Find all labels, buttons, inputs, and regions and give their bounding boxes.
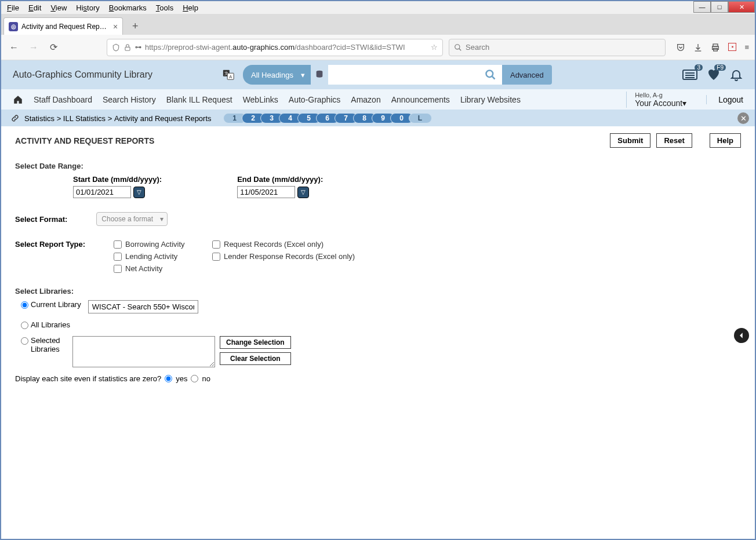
tab-close-icon[interactable]: × [113, 22, 118, 31]
nav-search-history[interactable]: Search History [103, 95, 156, 104]
nav-amazon[interactable]: Amazon [351, 95, 380, 104]
pill-l[interactable]: L [409, 113, 432, 123]
current-library-input[interactable] [88, 300, 198, 313]
search-placeholder: Search [466, 43, 489, 52]
nav-staff-dashboard[interactable]: Staff Dashboard [34, 95, 92, 104]
pocket-icon[interactable] [676, 43, 685, 52]
checkbox-net-activity[interactable]: Net Activity [114, 264, 201, 273]
reset-button[interactable]: Reset [656, 133, 692, 148]
downloads-icon[interactable] [693, 43, 703, 52]
checkbox-lending[interactable]: Lending Activity [114, 252, 201, 261]
browser-menubar: File Edit View History Bookmarks Tools H… [1, 1, 755, 14]
menu-icon[interactable]: ≡ [744, 43, 749, 52]
nav-library-websites[interactable]: Library Websites [460, 95, 521, 104]
end-date-calendar-button[interactable]: ▽ [297, 187, 309, 198]
clear-selection-button[interactable]: Clear Selection [220, 352, 291, 365]
browser-toolbar: ← → ⟳ ⊶ https://preprod-stwi-agent.auto-… [1, 35, 755, 60]
database-icon[interactable] [311, 70, 328, 80]
crumb-ill-statistics[interactable]: ILL Statistics [63, 114, 106, 123]
radio-zero-no[interactable] [191, 375, 198, 382]
start-date-input[interactable] [73, 186, 131, 198]
advanced-search-button[interactable]: Advanced [502, 65, 552, 85]
catalog-search-button[interactable] [479, 65, 502, 85]
list-button[interactable]: 3 [682, 68, 698, 82]
header-icons: 3 F9 [682, 68, 743, 82]
browser-search-box[interactable]: Search [449, 39, 666, 56]
yes-label: yes [176, 374, 187, 383]
bookmark-star-icon[interactable]: ☆ [431, 43, 438, 52]
hello-text: Hello, A-g [635, 92, 686, 98]
url-bar[interactable]: ⊶ https://preprod-stwi-agent.auto-graphi… [107, 39, 443, 56]
crumb-activity-reports: Activity and Request Reports [114, 114, 212, 123]
library-name: Auto-Graphics Community Library [13, 70, 152, 80]
start-date-calendar-button[interactable]: ▽ [133, 187, 145, 198]
search-icon [454, 43, 462, 52]
format-select[interactable]: Choose a format ▾ [96, 212, 168, 226]
page-content: ACTIVITY AND REQUEST REPORTS Submit Rese… [1, 126, 755, 390]
favorites-button[interactable]: F9 [706, 68, 721, 82]
menu-history[interactable]: History [71, 2, 104, 13]
end-date-input[interactable] [237, 186, 295, 198]
menu-help[interactable]: Help [178, 2, 203, 13]
current-library-label: Current Library [31, 300, 81, 309]
catalog-search-input[interactable] [328, 65, 479, 85]
browser-tab[interactable]: ◎ Activity and Request Reports | S × [3, 17, 123, 35]
back-button[interactable]: ← [7, 41, 21, 54]
submit-button[interactable]: Submit [610, 133, 650, 148]
shield-icon [112, 43, 120, 52]
svg-line-13 [492, 76, 495, 79]
nav-weblinks[interactable]: WebLinks [243, 95, 278, 104]
tab-favicon-icon: ◎ [9, 22, 18, 31]
nav-auto-graphics[interactable]: Auto-Graphics [289, 95, 340, 104]
notifications-button[interactable] [729, 68, 743, 82]
favorites-badge: F9 [714, 64, 726, 71]
zero-stats-question: Display each site even if statistics are… [15, 374, 161, 383]
extension-icon[interactable]: ▪ [728, 43, 736, 51]
permissions-icon: ⊶ [135, 43, 141, 51]
select-libraries-label: Select Libraries: [15, 287, 741, 295]
breadcrumb-row: Statistics > ILL Statistics > Activity a… [1, 110, 755, 126]
minimize-button[interactable]: — [693, 1, 711, 13]
help-button[interactable]: Help [710, 133, 741, 148]
radio-all-libraries[interactable] [21, 322, 28, 329]
home-icon[interactable] [13, 94, 23, 105]
crumb-statistics[interactable]: Statistics [24, 114, 54, 123]
logout-link[interactable]: Logout [706, 95, 743, 104]
menu-bookmarks[interactable]: Bookmarks [104, 2, 151, 13]
forward-button[interactable]: → [27, 41, 41, 54]
radio-selected-libraries[interactable] [21, 337, 28, 345]
number-pills: 1 2 3 4 5 6 7 8 9 0 L [223, 113, 427, 123]
link-icon [10, 114, 20, 123]
menu-view[interactable]: View [46, 2, 71, 13]
menu-file[interactable]: File [2, 2, 24, 13]
selected-libraries-textarea[interactable] [72, 336, 215, 367]
menu-edit[interactable]: Edit [24, 2, 46, 13]
checkbox-request-records[interactable]: Request Records (Excel only) [212, 240, 363, 249]
your-account-menu[interactable]: Hello, A-g Your Account▾ [626, 92, 695, 108]
radio-current-library[interactable] [21, 301, 28, 309]
checkbox-lender-response[interactable]: Lender Response Records (Excel only) [212, 252, 363, 261]
search-cluster: 文A All Headings Advanced [222, 65, 552, 85]
headings-label: All Headings [251, 71, 293, 79]
maximize-button[interactable]: □ [711, 1, 728, 13]
window-controls: — □ ✕ [693, 1, 755, 13]
headings-dropdown[interactable]: All Headings [243, 65, 311, 85]
translate-icon[interactable]: 文A [222, 68, 235, 81]
radio-zero-yes[interactable] [165, 375, 172, 382]
lock-icon [123, 43, 132, 52]
menu-tools[interactable]: Tools [151, 2, 178, 13]
nav-announcements[interactable]: Announcements [391, 95, 450, 104]
close-breadcrumb-button[interactable]: ✕ [737, 112, 749, 124]
no-label: no [202, 374, 210, 383]
change-selection-button[interactable]: Change Selection [220, 336, 291, 349]
reload-button[interactable]: ⟳ [46, 41, 60, 54]
print-icon[interactable] [711, 43, 720, 52]
checkbox-borrowing[interactable]: Borrowing Activity [114, 240, 201, 249]
side-panel-toggle[interactable] [734, 328, 749, 343]
start-date-label: Start Date (mm/dd/yyyy): [73, 175, 162, 184]
nav-blank-ill[interactable]: Blank ILL Request [166, 95, 232, 104]
svg-point-12 [486, 71, 493, 78]
close-window-button[interactable]: ✕ [728, 1, 755, 13]
svg-text:A: A [229, 74, 232, 79]
new-tab-button[interactable]: + [126, 17, 144, 35]
